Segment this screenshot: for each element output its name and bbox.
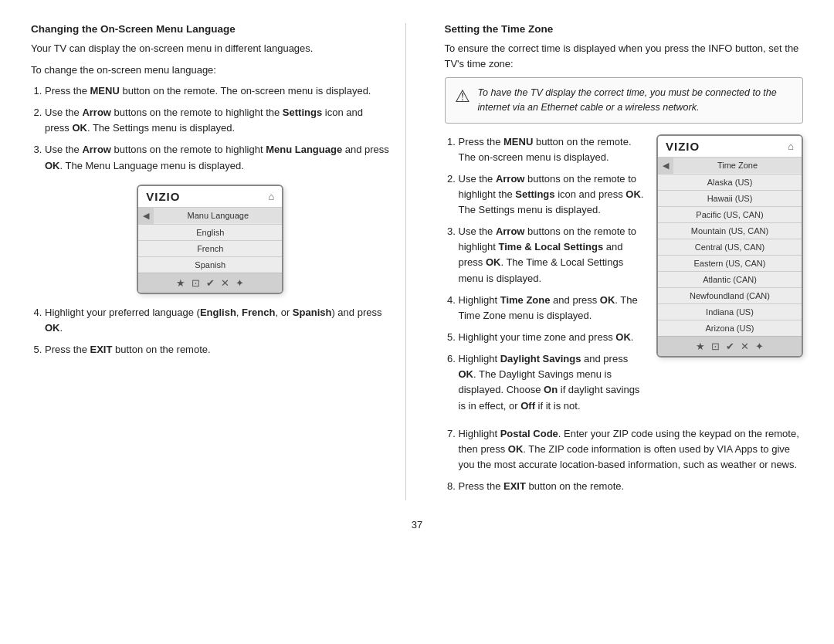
right-tv-logo: VIZIO	[666, 140, 700, 153]
right-step-4: Highlight Time Zone and press OK. The Ti…	[459, 293, 645, 324]
left-column: Changing the On-Screen Menu Language You…	[31, 23, 406, 500]
right-intro: To ensure the correct time is displayed …	[445, 41, 804, 71]
left-step-5: Press the EXIT button on the remote.	[45, 342, 390, 358]
left-section-title: Changing the On-Screen Menu Language	[31, 23, 390, 35]
right-tv-wrapper: VIZIO ⌂ ◀ Time Zone Alaska (US) Hawaii (…	[656, 134, 803, 420]
right-tv-mockup: VIZIO ⌂ ◀ Time Zone Alaska (US) Hawaii (…	[656, 134, 803, 358]
left-step-2: Use the Arrow buttons on the remote to h…	[45, 105, 390, 136]
right-tv-arrow: ◀	[658, 158, 673, 174]
right-tv-btn-menu: ⊡	[711, 341, 720, 352]
left-step-1: Press the MENU button on the remote. The…	[45, 83, 390, 99]
right-tv-footer: ★ ⊡ ✔ ✕ ✦	[658, 336, 802, 356]
left-intro1: Your TV can display the on-screen menu i…	[31, 41, 390, 56]
right-tv-item-hawaii: Hawaii (US)	[658, 191, 802, 207]
left-tv-home-icon: ⌂	[268, 191, 274, 202]
right-step-6: Highlight Daylight Savings and press OK.…	[459, 351, 645, 414]
left-steps-continued: Highlight your preferred language (Engli…	[31, 305, 390, 358]
left-tv-menu-row: ◀ Manu Language	[138, 208, 282, 225]
right-step-3: Use the Arrow buttons on the remote to h…	[459, 224, 645, 286]
right-step-5: Highlight your time zone and press OK.	[459, 330, 645, 345]
right-tv-home-icon: ⌂	[788, 141, 794, 152]
left-tv-menu-label: Manu Language	[154, 208, 282, 223]
right-tv-item-indiana: Indiana (US)	[658, 304, 802, 320]
right-steps-container: Press the MENU button on the remote. The…	[445, 134, 645, 420]
right-column: Setting the Time Zone To ensure the corr…	[437, 23, 804, 500]
left-tv-logo: VIZIO	[146, 190, 180, 203]
right-tv-header: VIZIO ⌂	[658, 136, 802, 158]
warning-text: To have the TV display the correct time,…	[478, 86, 794, 115]
left-tv-btn-x: ✕	[221, 277, 229, 289]
page-number: 37	[31, 519, 803, 530]
right-tv-btn-check: ✔	[726, 341, 734, 352]
right-tv-item-eastern: Eastern (US, CAN)	[658, 256, 802, 272]
right-tv-menu-label: Time Zone	[673, 158, 802, 173]
right-step-7: Highlight Postal Code. Enter your ZIP co…	[459, 426, 804, 473]
left-tv-item-french: French	[138, 241, 282, 257]
right-tv-menu-area: ◀ Time Zone Alaska (US) Hawaii (US) Paci…	[658, 158, 802, 336]
right-section-title: Setting the Time Zone	[445, 23, 804, 35]
right-tv-btn-gear: ✦	[755, 341, 764, 352]
right-content-area: Press the MENU button on the remote. The…	[445, 134, 804, 420]
left-step-3: Use the Arrow buttons on the remote to h…	[45, 142, 390, 173]
left-tv-mockup: VIZIO ⌂ ◀ Manu Language English French S…	[137, 185, 283, 294]
right-tv-item-alaska: Alaska (US)	[658, 175, 802, 191]
left-steps: Press the MENU button on the remote. The…	[31, 83, 390, 174]
right-step-8: Press the EXIT button on the remote.	[459, 479, 804, 494]
left-tv-btn-gear: ✦	[236, 277, 244, 289]
right-tv-menu-row: ◀ Time Zone	[658, 158, 802, 175]
left-tv-arrow: ◀	[138, 208, 154, 224]
left-intro2: To change the on-screen menu language:	[31, 63, 390, 78]
left-tv-btn-menu: ⊡	[192, 277, 200, 289]
left-tv-btn-star: ★	[176, 277, 185, 289]
left-tv-header: VIZIO ⌂	[138, 186, 282, 208]
right-tv-item-central: Central (US, CAN)	[658, 239, 802, 256]
right-tv-item-pacific: Pacific (US, CAN)	[658, 207, 802, 223]
right-tv-btn-star: ★	[696, 341, 705, 352]
left-tv-menu-area: ◀ Manu Language English French Spanish	[138, 208, 282, 273]
right-tv-item-mountain: Mountain (US, CAN)	[658, 223, 802, 239]
warning-icon: ⚠	[455, 86, 470, 107]
warning-box: ⚠ To have the TV display the correct tim…	[445, 77, 804, 124]
left-tv-item-english: English	[138, 225, 282, 241]
right-step-2: Use the Arrow buttons on the remote to h…	[459, 171, 645, 218]
left-tv-footer: ★ ⊡ ✔ ✕ ✦	[138, 273, 282, 293]
left-tv-btn-check: ✔	[206, 277, 215, 289]
right-steps-end: Highlight Postal Code. Enter your ZIP co…	[445, 426, 804, 495]
right-tv-btn-x: ✕	[741, 341, 749, 352]
right-steps: Press the MENU button on the remote. The…	[445, 134, 645, 414]
left-step-4: Highlight your preferred language (Engli…	[45, 305, 390, 336]
right-step-1: Press the MENU button on the remote. The…	[459, 134, 645, 165]
right-tv-item-atlantic: Atlantic (CAN)	[658, 272, 802, 288]
left-tv-item-spanish: Spanish	[138, 257, 282, 273]
right-tv-item-newfoundland: Newfoundland (CAN)	[658, 288, 802, 304]
right-tv-item-arizona: Arizona (US)	[658, 320, 802, 336]
